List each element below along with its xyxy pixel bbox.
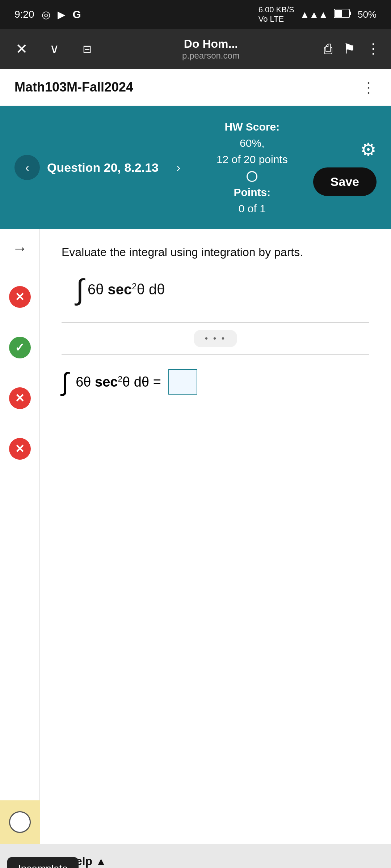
hw-score-block: HW Score: 60%, 12 of 20 points Points: 0… [191,119,313,217]
score-detail: 12 of 20 points [191,151,313,167]
sidebar-status-2: ✓ [9,337,31,358]
sidebar-yellow-highlight [0,800,40,844]
bookmark-button[interactable]: ⚑ [343,41,356,57]
google-icon: G [73,8,81,21]
hw-score-label: HW Score: [224,121,279,133]
score-circle [247,171,257,182]
answer-row: ∫ 6θ sec2θ dθ = [62,369,369,395]
content-area: Evaluate the integral using integration … [40,229,391,844]
data-speed: 6.00 KB/S Vo LTE [258,5,294,24]
answer-input-box[interactable] [168,369,197,395]
close-button[interactable]: ✕ [11,38,33,60]
incomplete-tooltip: Incomplete [7,857,79,868]
sidebar-items: → ✕ ✓ ✕ ✕ [0,229,39,460]
integral-body-1: 6θ sec2θ dθ [88,281,165,298]
svg-rect-1 [335,10,342,17]
points-value: 0 of 1 [191,200,313,217]
course-title: Math103M-Fall2024 [14,80,133,95]
signal-icon: ▲▲▲ [300,9,328,20]
next-question-button[interactable]: › [166,155,191,180]
question-label: Question 20, 8.2.13 [47,159,159,175]
sidebar-arrow-icon: → [12,240,28,257]
url-box[interactable]: Do Hom... p.pearson.com [109,37,313,61]
battery-icon [334,9,352,21]
status-left: 9:20 ◎ ▶ G [14,8,81,21]
score-value: 60%, [191,135,313,151]
browser-bar: ✕ ∨ ⊟ Do Hom... p.pearson.com ⎙ ⚑ ⋮ [0,29,391,69]
help-expand-icon: ▲ [96,856,106,867]
tabs-button[interactable]: ⊟ [76,38,98,60]
right-controls: ⚙ Save [313,139,377,196]
status-bar: 9:20 ◎ ▶ G 6.00 KB/S Vo LTE ▲▲▲ 50% [0,0,391,29]
expand-steps-button[interactable]: • • • [194,330,237,347]
sidebar-status-4: ✕ [9,438,31,460]
divider-1 [62,322,369,323]
integral-body-2: 6θ sec2θ dθ = [76,374,161,390]
share-button[interactable]: ⎙ [324,41,332,57]
main-area: → ✕ ✓ ✕ ✕ Evaluate the integral using in… [0,229,391,844]
expand-button[interactable]: ∨ [43,38,65,60]
question-navigation: ‹ Question 20, 8.2.13 › [14,155,191,180]
settings-button[interactable]: ⚙ [360,139,377,160]
page-header: Math103M-Fall2024 ⋮ [0,69,391,106]
points-label: Points: [234,186,270,198]
integral-display-1: ∫ 6θ sec2θ dθ [76,275,369,304]
status-time: 9:20 [14,9,34,20]
youtube-icon: ▶ [58,9,66,21]
svg-rect-2 [349,12,351,15]
url-text: p.pearson.com [182,51,240,61]
page-title-browser: Do Hom... [184,37,238,51]
sidebar-status-1: ✕ [9,286,31,308]
prev-question-button[interactable]: ‹ [14,155,40,180]
browser-actions: ⎙ ⚑ ⋮ [324,41,380,57]
integral-sign-2: ∫ [62,369,68,395]
sidebar-current-item [0,800,39,844]
sidebar: → ✕ ✓ ✕ ✕ [0,229,40,844]
header-menu-button[interactable]: ⋮ [361,79,377,95]
sidebar-status-3: ✕ [9,387,31,409]
divider-2 [62,354,369,355]
whatsapp-icon: ◎ [42,9,50,21]
menu-button[interactable]: ⋮ [366,41,380,57]
battery-percent: 50% [358,9,377,20]
question-header: ‹ Question 20, 8.2.13 › HW Score: 60%, 1… [0,106,391,229]
problem-instruction: Evaluate the integral using integration … [62,243,369,261]
status-right: 6.00 KB/S Vo LTE ▲▲▲ 50% [258,5,377,24]
save-button[interactable]: Save [313,167,377,196]
current-question-indicator [9,811,31,833]
integral-sign-1: ∫ [76,275,84,304]
